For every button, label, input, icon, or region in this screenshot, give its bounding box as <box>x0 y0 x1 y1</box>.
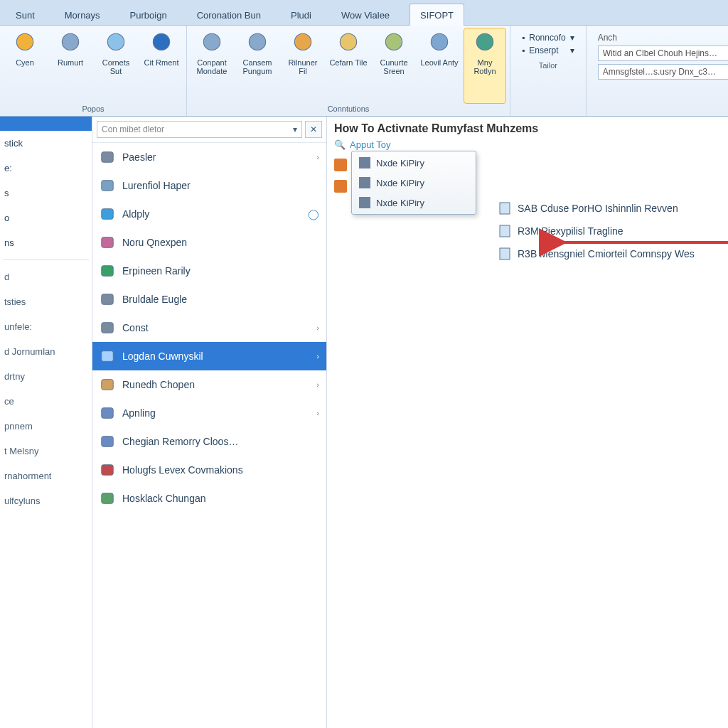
mid-list-search-row: Con mibet dletor ✕ <box>92 117 326 143</box>
ribbon-tab[interactable]: Wow Vialee <box>331 4 400 25</box>
flag-icon <box>334 159 347 171</box>
mid-list-item[interactable]: Holugfs Levex Covmakions <box>92 456 326 484</box>
mid-list-item[interactable]: Hosklack Chungan <box>92 484 326 513</box>
result-item-label: R3B Mensgniel Cmiorteil Comnspy Wes <box>518 248 695 259</box>
svg-rect-24 <box>500 203 510 214</box>
flag-icon <box>334 180 347 193</box>
svg-point-9 <box>431 33 447 50</box>
leftnav-item[interactable]: unfele: <box>0 314 92 339</box>
mid-list-item-label: Hosklack Chungan <box>122 493 206 504</box>
svg-rect-23 <box>102 493 114 504</box>
doc-icon <box>359 157 370 168</box>
ribbon-side-line[interactable]: ▪Ronncofo▾ <box>522 33 574 43</box>
ribbon-tab[interactable]: Mornays <box>55 4 110 25</box>
ribbon-button[interactable]: Rumurt <box>50 28 91 103</box>
leftnav-item[interactable]: t Melsny <box>0 439 92 464</box>
svg-point-3 <box>153 33 169 50</box>
flyout-item[interactable]: Nxde KiPiry <box>353 193 474 213</box>
page-subline[interactable]: 🔍 Apput Toy <box>334 139 721 150</box>
ribbon-button[interactable]: Cornets Sut <box>95 28 136 103</box>
result-item[interactable]: R3B Mensgniel Cmiorteil Comnspy Wes <box>498 242 721 265</box>
mid-list-item[interactable]: Lurenfiol Haper <box>92 171 326 200</box>
leftnav-item[interactable]: ce <box>0 389 92 414</box>
leftnav-item[interactable]: d <box>0 264 92 289</box>
ribbon-button[interactable]: Cefarn Tile <box>328 28 369 103</box>
svg-rect-11 <box>102 152 114 163</box>
search-input[interactable]: Con mibet dletor <box>97 121 302 138</box>
ribbon-tab[interactable]: Pludi <box>281 4 321 25</box>
svg-rect-18 <box>102 351 114 362</box>
leftnav-item[interactable]: s <box>0 181 92 205</box>
leftnav-item[interactable]: ns <box>0 230 92 255</box>
result-item-label: SAB Cduse PorHO Ishinnlin Revven <box>518 203 678 214</box>
mid-list-item[interactable]: Noru Qnexpen <box>92 228 326 257</box>
page-title: How To Activnate Rumyfast Muhzems <box>334 122 721 135</box>
svg-rect-16 <box>102 294 114 305</box>
ribbon-button[interactable]: Cit Rment <box>141 28 182 103</box>
leftnav-item[interactable]: pnnem <box>0 414 92 439</box>
mid-list-item-label: Logdan Cuwnyskil <box>122 350 203 362</box>
svg-point-0 <box>16 33 33 50</box>
ribbon-button[interactable]: Rilnuner Fil <box>282 28 323 103</box>
svg-rect-13 <box>102 209 114 220</box>
mid-list-item[interactable]: Bruldale Eugle <box>92 285 326 314</box>
search-clear-button[interactable]: ✕ <box>305 121 322 138</box>
mid-list-item[interactable]: Const› <box>92 314 326 342</box>
ribbon-body: Cyen Rumurt Cornets Sut Cit RmentPopos C… <box>0 26 728 117</box>
leftnav-item[interactable]: drtny <box>0 364 92 389</box>
mid-list-item-label: Paesler <box>122 151 156 163</box>
mid-list-item[interactable]: Logdan Cuwnyskil› <box>92 342 326 370</box>
svg-rect-22 <box>102 465 114 476</box>
ribbon-button[interactable]: Conpant Mondate <box>191 28 232 103</box>
ribbon-button[interactable]: Leovil Anty <box>419 28 460 103</box>
mid-list-item-label: Aldply <box>122 208 149 220</box>
leftnav-item[interactable]: ulfcyluns <box>0 488 92 513</box>
search-icon: 🔍 <box>334 139 346 150</box>
mid-list-item-label: Runedh Chopen <box>122 379 195 390</box>
mid-list-item-label: Erpineen Rarily <box>122 265 191 277</box>
leftnav-item[interactable]: rnahorment <box>0 464 92 488</box>
mid-list-item[interactable]: Apnling› <box>92 399 326 427</box>
mid-list-item[interactable]: Runedh Chopen› <box>92 370 326 399</box>
mid-list-item-label: Apnling <box>122 407 156 419</box>
ribbon-group: ▪Ronncofo▾▪Enserpt▾ Tailor <box>510 26 587 116</box>
mid-list-item[interactable]: Aldply◯ <box>92 200 326 228</box>
flyout-item[interactable]: Nxde KiPiry <box>353 153 474 173</box>
badge-icon: ◯ <box>308 208 319 220</box>
result-item-label: R3M Piexypilisl Tragline <box>518 225 623 237</box>
doc-icon <box>498 247 512 261</box>
mid-list-item[interactable]: Paesler› <box>92 143 326 171</box>
ribbon-button[interactable]: Cyen <box>4 28 46 103</box>
mid-list-item[interactable]: Erpineen Rarily <box>92 257 326 285</box>
ribbon-tab[interactable]: Coronation Bun <box>187 4 271 25</box>
ribbon-side-line[interactable]: ▪Enserpt▾ <box>522 46 574 55</box>
property-dropdown[interactable]: Witid an Clbel Chouh Hejins… <box>598 46 728 61</box>
result-item[interactable]: SAB Cduse PorHO Ishinnlin Revven <box>498 197 721 220</box>
ribbon-button[interactable]: Cunurte Sreen <box>373 28 414 103</box>
svg-point-4 <box>203 33 220 50</box>
leftnav-item[interactable]: e: <box>0 156 92 181</box>
ribbon-group: Cyen Rumurt Cornets Sut Cit RmentPopos <box>0 26 187 116</box>
ribbon-button[interactable]: Cansem Pungum <box>237 28 278 103</box>
leftnav-item[interactable] <box>0 117 92 131</box>
ribbon-tabstrip: SuntMornaysPurboignCoronation BunPludiWo… <box>0 0 728 26</box>
flyout-item[interactable]: Nxde KiPiry <box>353 173 474 193</box>
chevron-right-icon: › <box>316 352 319 360</box>
flyout-item-label: Nxde KiPiry <box>376 178 424 188</box>
svg-point-10 <box>476 33 493 50</box>
ribbon-button[interactable]: Mny Rotlyn <box>464 28 505 103</box>
ribbon-tab[interactable]: SIFOPT <box>410 4 464 26</box>
result-item[interactable]: R3M Piexypilisl Tragline <box>498 220 721 242</box>
leftnav-item[interactable]: tsties <box>0 289 92 314</box>
mid-list-item-label: Chegian Remorry Cloos… <box>122 436 238 447</box>
svg-point-1 <box>62 33 78 50</box>
mid-list-item[interactable]: Chegian Remorry Cloos… <box>92 427 326 456</box>
property-dropdown[interactable]: Amnsgfstel…s.usry Dnx_c3… <box>598 64 728 80</box>
leftnav-item[interactable]: stick <box>0 131 92 156</box>
chevron-right-icon: › <box>316 323 319 332</box>
ribbon-tab[interactable]: Sunt <box>6 4 45 25</box>
leftnav-item[interactable]: d Jornumlan <box>0 339 92 364</box>
chevron-right-icon: › <box>316 153 319 161</box>
leftnav-item[interactable]: o <box>0 205 92 230</box>
ribbon-tab[interactable]: Purboign <box>120 4 177 25</box>
